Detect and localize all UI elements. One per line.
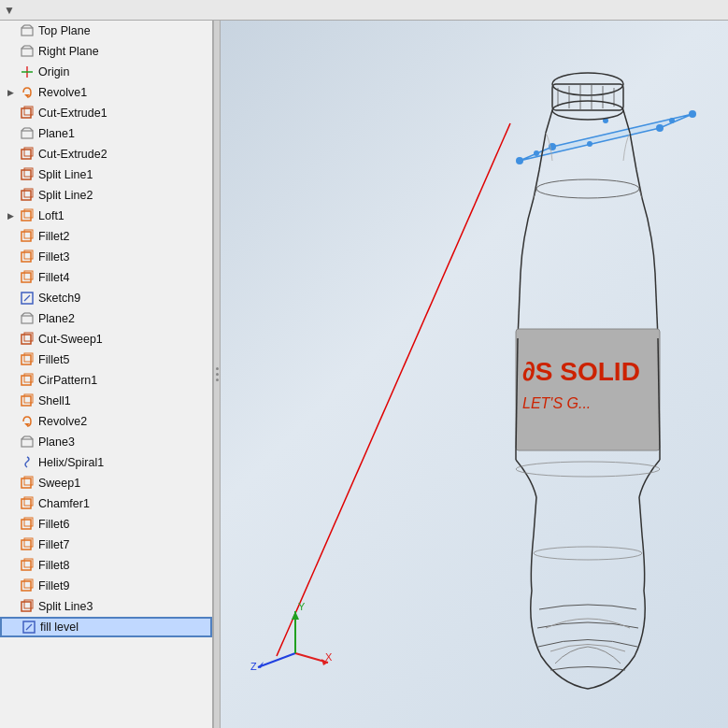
expand-btn (4, 127, 17, 140)
item-icon-plane (19, 434, 36, 450)
tree-item-plane3[interactable]: Plane3 (0, 432, 212, 452)
svg-rect-56 (21, 540, 31, 550)
svg-rect-17 (21, 150, 31, 159)
expand-btn (4, 600, 17, 613)
item-label: fill level (40, 621, 79, 634)
tree-item-fillet8[interactable]: Fillet8 (0, 555, 212, 576)
tree-item-plane1[interactable]: Plane1 (0, 123, 212, 144)
tree-item-fillet7[interactable]: Fillet7 (0, 535, 212, 555)
item-label: Revolve2 (38, 415, 87, 428)
item-icon-sketch (21, 619, 37, 635)
tree-item-fillet6[interactable]: Fillet6 (0, 514, 212, 535)
item-icon-shell (19, 393, 36, 409)
resize-handle[interactable] (213, 21, 221, 728)
item-label: Sweep1 (38, 477, 80, 490)
svg-line-93 (258, 653, 295, 667)
item-icon-sweep (19, 475, 36, 492)
expand-btn (4, 559, 17, 572)
expand-btn (4, 579, 17, 592)
item-label: Fillet5 (38, 353, 69, 366)
item-label: Fillet2 (38, 230, 69, 243)
expand-btn (6, 621, 19, 634)
svg-rect-29 (21, 273, 31, 282)
item-icon-revolve (19, 84, 36, 101)
expand-btn (4, 353, 17, 366)
expand-btn (4, 477, 17, 490)
svg-rect-52 (21, 499, 31, 508)
expand-btn (4, 292, 17, 305)
expand-btn (4, 148, 17, 161)
expand-btn (4, 65, 17, 79)
tree-item-fillet5[interactable]: Fillet5 (0, 350, 212, 370)
expand-btn (4, 45, 17, 58)
item-icon-plane (19, 310, 36, 327)
item-label: Split Line1 (38, 168, 93, 181)
tree-item-top-plane[interactable]: Top Plane (0, 21, 212, 41)
item-icon-cut (19, 146, 36, 163)
tree-item-cirpattern1[interactable]: CirPattern1 (0, 370, 212, 391)
tree-item-revolve2[interactable]: Revolve2 (0, 411, 212, 432)
3d-viewport[interactable]: ∂S SOLID LET'S G... (221, 21, 728, 728)
item-label: Fillet4 (38, 271, 69, 284)
item-icon-split (19, 598, 36, 615)
tree-item-fillet3[interactable]: Fillet3 (0, 247, 212, 267)
item-icon-fillet (19, 536, 36, 553)
item-icon-cut (19, 331, 36, 348)
expand-btn (4, 24, 17, 37)
svg-rect-54 (21, 520, 31, 529)
svg-rect-41 (21, 376, 31, 385)
svg-text:X: X (325, 651, 333, 663)
svg-rect-77 (552, 84, 623, 110)
expand-btn (4, 250, 17, 264)
tree-item-fillet4[interactable]: Fillet4 (0, 267, 212, 288)
tree-item-shell1[interactable]: Shell1 (0, 391, 212, 411)
svg-text:∂S SOLID: ∂S SOLID (522, 357, 640, 386)
tree-item-cut-extrude2[interactable]: Cut-Extrude2 (0, 144, 212, 164)
tree-item-right-plane[interactable]: Right Plane (0, 41, 212, 62)
feature-tree[interactable]: Top PlaneRight PlaneOrigin▶Revolve1Cut-E… (0, 21, 212, 728)
tree-item-sketch9[interactable]: Sketch9 (0, 288, 212, 308)
item-label: Helix/Spiral1 (38, 456, 104, 469)
tree-item-fill-level[interactable]: fill level (0, 617, 212, 637)
expand-btn (4, 435, 17, 449)
left-panel: Top PlaneRight PlaneOrigin▶Revolve1Cut-E… (0, 21, 213, 728)
item-label: Split Line2 (38, 189, 93, 202)
svg-rect-11 (21, 108, 31, 118)
tree-item-cut-sweep1[interactable]: Cut-Sweep1 (0, 329, 212, 350)
tree-item-chamfer1[interactable]: Chamfer1 (0, 493, 212, 514)
svg-text:Y: Y (298, 601, 306, 612)
expand-btn (4, 538, 17, 551)
tree-item-revolve1[interactable]: ▶Revolve1 (0, 82, 212, 103)
expand-btn (4, 518, 17, 531)
tree-item-split-line1[interactable]: Split Line1 (0, 164, 212, 185)
tree-item-loft1[interactable]: ▶Loft1 (0, 206, 212, 226)
item-label: Loft1 (38, 209, 64, 222)
tree-item-split-line3[interactable]: Split Line3 (0, 596, 212, 617)
tree-item-fillet9[interactable]: Fillet9 (0, 576, 212, 596)
tree-item-sweep1[interactable]: Sweep1 (0, 473, 212, 493)
svg-text:Z: Z (250, 661, 257, 672)
item-label: Chamfer1 (38, 497, 90, 510)
svg-rect-25 (21, 232, 31, 241)
item-label: Shell1 (38, 394, 71, 407)
tree-item-fillet2[interactable]: Fillet2 (0, 226, 212, 247)
tree-item-origin[interactable]: Origin (0, 62, 212, 82)
item-label: Plane3 (38, 435, 75, 449)
item-icon-split (19, 187, 36, 204)
expand-btn[interactable]: ▶ (4, 209, 17, 222)
tree-item-helix-spiral1[interactable]: Helix/Spiral1 (0, 452, 212, 473)
item-icon-fillet (19, 249, 36, 265)
tree-item-split-line2[interactable]: Split Line2 (0, 185, 212, 206)
expand-btn (4, 374, 17, 387)
item-icon-plane (19, 43, 36, 60)
item-icon-fillet (19, 578, 36, 594)
svg-text:LET'S G...: LET'S G... (522, 395, 591, 411)
tree-item-plane2[interactable]: Plane2 (0, 308, 212, 329)
svg-rect-0 (21, 28, 33, 36)
item-icon-cut (19, 105, 36, 121)
item-icon-split (19, 166, 36, 183)
expand-btn (4, 312, 17, 325)
item-icon-chamfer (19, 495, 36, 512)
expand-btn[interactable]: ▶ (4, 86, 17, 99)
tree-item-cut-extrude1[interactable]: Cut-Extrude1 (0, 103, 212, 123)
